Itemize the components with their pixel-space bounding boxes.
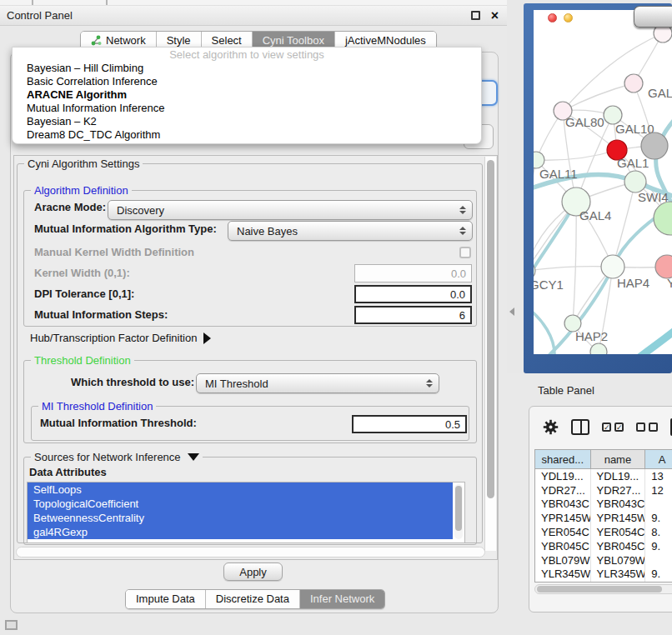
network-edge-highlighted[interactable] <box>534 303 554 354</box>
sources-title[interactable]: Sources for Network Inference <box>31 451 203 463</box>
table-cell: 8. <box>645 525 672 539</box>
scrollbar-thumb[interactable] <box>455 486 462 531</box>
tab-impute-data[interactable]: Impute Data <box>126 590 205 608</box>
network-edge[interactable] <box>573 202 576 323</box>
top-strip <box>0 0 507 6</box>
threshold-definition-group: Threshold Definition Which threshold to … <box>23 360 477 443</box>
combo-arrows-icon <box>459 227 466 235</box>
network-edge[interactable] <box>563 83 634 111</box>
algorithm-option-aracne-algorithm[interactable]: ARACNE Algorithm <box>13 88 481 102</box>
table-cell: YBR045C <box>591 539 646 553</box>
network-node-gal11[interactable] <box>534 152 544 168</box>
table-cell: 9. <box>645 511 672 525</box>
table-row[interactable]: YBR045CYBR045C9. <box>535 539 672 553</box>
apply-button[interactable]: Apply <box>223 562 283 581</box>
node-label: GAL4 <box>579 208 611 222</box>
node-table[interactable]: shared...nameA YDL19...YDL19...13YDR27..… <box>534 449 672 582</box>
node-label: HAP4 <box>617 276 649 290</box>
mi-threshold-label: Mutual Information Threshold: <box>40 417 197 429</box>
column-header-name[interactable]: name <box>591 450 646 468</box>
network-node-y[interactable] <box>655 255 672 278</box>
scrollbar-thumb[interactable] <box>537 586 662 592</box>
network-tool-button[interactable] <box>634 6 672 28</box>
which-threshold-combo[interactable]: MI Threshold <box>196 373 439 393</box>
node-label: GAL <box>648 86 672 100</box>
table-cell: YDL19... <box>535 469 591 483</box>
table-row[interactable]: YDL19...YDL19...13 <box>535 469 672 483</box>
scrollbar-thumb[interactable] <box>487 160 494 498</box>
network-edge-highlighted[interactable] <box>629 317 672 354</box>
mi-steps-field[interactable]: 6 <box>354 306 472 324</box>
tab-infer-network[interactable]: Infer Network <box>299 590 384 608</box>
algorithm-option-bayesian-hill-climbing[interactable]: Bayesian – Hill Climbing <box>13 62 481 75</box>
table-cell: YBR045C <box>535 539 591 553</box>
aracne-mode-value: Discovery <box>117 204 164 217</box>
network-icon <box>91 35 102 46</box>
network-edge[interactable] <box>613 182 635 267</box>
manual-kernel-label: Manual Kernel Width Definition <box>34 246 194 258</box>
tab-discretize-data[interactable]: Discretize Data <box>205 590 299 608</box>
network-node[interactable] <box>590 343 607 354</box>
attribute-item-topologicalcoefficient[interactable]: TopologicalCoefficient <box>28 497 453 511</box>
table-row[interactable]: YBR043CYBR043C <box>535 498 672 512</box>
table-cell: 9. <box>645 568 672 582</box>
table-cell: YDR27... <box>591 483 646 498</box>
algorithm-popup-placeholder: Select algorithm to view settings <box>13 48 481 62</box>
aracne-mode-combo[interactable]: Discovery <box>108 200 473 220</box>
table-cell: YBL079W <box>591 553 646 568</box>
collapsed-panel-icon[interactable] <box>5 620 18 630</box>
settings-horizontal-scrollbar[interactable] <box>16 547 485 558</box>
settings-vertical-scrollbar[interactable] <box>484 157 496 551</box>
table-row[interactable]: YPR145WYPR145W9. <box>535 511 672 525</box>
node-label: GCY1 <box>534 278 564 292</box>
table-row[interactable]: YBL079WYBL079W <box>535 553 672 568</box>
network-node-gal[interactable] <box>624 74 643 92</box>
algorithm-option-bayesian-k2[interactable]: Bayesian – K2 <box>13 115 481 128</box>
algorithm-option-basic-correlation-inference[interactable]: Basic Correlation Inference <box>13 75 481 88</box>
network-canvas[interactable]: GALGAL80GAL10GAL1SWI4GAL11GAL4GCY1HAP4YH… <box>534 10 672 354</box>
mi-threshold-definition-title: MI Threshold Definition <box>38 400 156 412</box>
table-row[interactable]: YDR27...YDR27...12 <box>535 483 672 498</box>
hub-definition-expander[interactable]: Hub/Transcription Factor Definition <box>30 332 211 344</box>
attributes-scrollbar[interactable] <box>454 484 463 539</box>
mi-steps-label: Mutual Information Steps: <box>34 308 168 321</box>
table-toolbar: ✓✓ <box>529 407 672 447</box>
close-traffic-light-icon[interactable] <box>548 13 557 22</box>
attribute-item-gal4rgexp[interactable]: gal4RGexp <box>28 525 453 539</box>
table-row[interactable]: YIL052CYIL052C9. <box>535 581 672 582</box>
splitter-collapse-arrow[interactable] <box>509 308 514 316</box>
table-cell: YBR043C <box>591 498 646 512</box>
close-icon[interactable]: × <box>491 8 499 23</box>
minimize-traffic-light-icon[interactable] <box>564 13 573 22</box>
float-window-icon[interactable] <box>471 11 480 20</box>
data-attributes-list: SelfLoopsTopologicalCoefficientBetweenne… <box>27 482 465 543</box>
network-node-hap4[interactable] <box>601 255 624 278</box>
mi-threshold-field[interactable]: 0.5 <box>352 415 467 433</box>
column-header-shared[interactable]: shared... <box>535 450 591 468</box>
network-edge[interactable] <box>536 150 617 160</box>
dpi-tolerance-label: DPI Tolerance [0,1]: <box>34 288 134 300</box>
table-panel-title: Table Panel <box>524 384 594 397</box>
zoom-traffic-light-icon[interactable] <box>579 13 589 22</box>
table-cell: 9. <box>645 581 672 582</box>
mi-type-combo[interactable]: Naive Bayes <box>228 221 473 241</box>
table-row[interactable]: YER054CYER054C8. <box>535 525 672 539</box>
dpi-tolerance-field[interactable]: 0.0 <box>354 285 472 303</box>
algorithm-option-mutual-information-inference[interactable]: Mutual Information Inference <box>13 102 481 115</box>
attribute-item-selfloops[interactable]: SelfLoops <box>28 482 453 497</box>
manual-kernel-checkbox[interactable] <box>459 247 471 258</box>
split-columns-icon[interactable] <box>571 419 589 435</box>
table-row[interactable]: YLR345WYLR345W9. <box>535 568 672 582</box>
settings-gear-icon[interactable] <box>543 419 559 435</box>
network-edge[interactable] <box>534 160 536 271</box>
attribute-item-betweennesscentrality[interactable]: BetweennessCentrality <box>28 511 453 525</box>
network-view-window[interactable]: GALGAL80GAL10GAL1SWI4GAL11GAL4GCY1HAP4YH… <box>524 3 672 373</box>
select-all-icon[interactable]: ✓✓ <box>602 422 624 432</box>
deselect-all-icon[interactable] <box>636 422 658 432</box>
network-node[interactable] <box>654 202 672 235</box>
column-header-a[interactable]: A <box>645 450 672 468</box>
combo-arrows-icon <box>459 206 466 214</box>
kernel-width-field[interactable]: 0.0 <box>354 264 472 282</box>
algorithm-option-dream8-dc-tdc-algorithm[interactable]: Dream8 DC_TDC Algorithm <box>13 128 481 142</box>
table-horizontal-scrollbar[interactable] <box>534 584 672 594</box>
